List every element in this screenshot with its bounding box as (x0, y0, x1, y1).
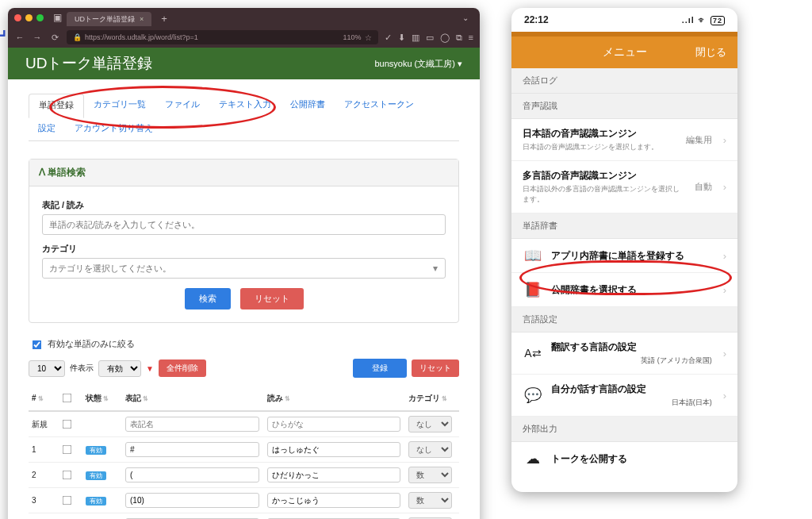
row-dict-select[interactable]: 📕 公開辞書を選択する › (511, 273, 737, 307)
col-reading[interactable]: 読み (264, 386, 406, 411)
close-icon[interactable] (14, 14, 21, 21)
pointer-arrow: ↵ (0, 25, 8, 44)
notation-input[interactable] (125, 467, 259, 482)
close-tab-icon[interactable]: × (140, 15, 144, 23)
tab-categories[interactable]: カテゴリ一覧 (84, 94, 155, 117)
table-row: 4 有効 なし (29, 513, 459, 520)
url-input[interactable]: 🔒 https://words.udtalk.jp/word/list?p=1 … (67, 30, 378, 44)
reading-input[interactable] (267, 442, 401, 457)
tab-text-input[interactable]: テキスト入力 (209, 94, 281, 117)
table-row: 新規 なし (29, 411, 459, 437)
notation-input[interactable] (125, 493, 259, 508)
reload-icon[interactable]: ⟳ (49, 33, 60, 43)
search-category-select[interactable] (42, 258, 446, 279)
close-button[interactable]: 閉じる (695, 45, 726, 60)
row-lang-translate[interactable]: A⇄ 翻訳する言語の設定 英語 (アメリカ合衆国) › (511, 333, 737, 375)
pocket-icon[interactable]: ✓ (385, 33, 392, 43)
filter-valid-row[interactable]: 有効な単語のみに絞る (29, 337, 459, 352)
reading-input[interactable] (267, 493, 401, 508)
tab-public-dict[interactable]: 公開辞書 (281, 94, 335, 117)
new-category-select[interactable]: なし (408, 416, 452, 432)
validity-select[interactable]: 有効 (98, 360, 141, 377)
lock-icon: 🔒 (73, 33, 82, 41)
reading-input[interactable] (267, 467, 401, 482)
sidebar-toggle-icon[interactable]: ▣ (53, 12, 62, 23)
account-icon[interactable]: ◯ (440, 33, 450, 43)
forward-icon[interactable]: → (32, 33, 43, 42)
minimize-icon[interactable] (25, 14, 33, 21)
extensions-icon[interactable]: ⧉ (456, 33, 462, 43)
row-checkbox[interactable] (63, 471, 72, 480)
app-bar: メニュー 閉じる (511, 37, 737, 68)
maximize-icon[interactable] (36, 14, 44, 21)
notation-input[interactable] (125, 442, 259, 457)
search-notation-input[interactable] (42, 214, 446, 235)
row-lang-speak[interactable]: 💬 自分が話す言語の設定 日本語(日本) › (511, 375, 737, 417)
new-tab-button[interactable]: + (156, 13, 172, 25)
register-button[interactable]: 登録 (353, 359, 407, 378)
reset-table-button[interactable]: リセット (412, 359, 459, 377)
bookmark-star-icon[interactable]: ☆ (365, 33, 372, 42)
status-bar: 22:12 ..ıl ᯤ 72 (511, 8, 737, 32)
tab-access-token[interactable]: アクセストークン (335, 94, 423, 117)
speech-icon: 💬 (523, 386, 543, 404)
category-select[interactable]: 数 (408, 492, 452, 509)
tab-bar: ▣ UDトーク単語登録 × + ⌄ (8, 8, 480, 27)
chevron-right-icon: › (723, 390, 726, 402)
tab-switch-account[interactable]: アカウント切り替え (65, 117, 163, 140)
category-select[interactable]: なし (408, 441, 452, 458)
col-notation[interactable]: 表記 (122, 386, 264, 411)
row-checkbox[interactable] (63, 496, 72, 506)
col-category[interactable]: カテゴリ (405, 386, 459, 411)
row-asr-jp[interactable]: 日本語の音声認識エンジン 日本語の音声認識エンジンを選択します。 編集用 › (511, 119, 737, 161)
menu-icon[interactable]: ≡ (469, 33, 473, 42)
chevron-right-icon: › (723, 284, 726, 296)
back-icon[interactable]: ← (14, 33, 25, 42)
table-controls: 10 件表示 有効 ▼ 全件削除 登録 リセット (29, 359, 459, 378)
app-banner: UDトーク単語登録 bunsyoku (文織工房) ▾ (8, 48, 480, 79)
cellular-icon: ..ıl (682, 15, 695, 25)
category-select[interactable]: 数 (408, 467, 452, 483)
col-state[interactable]: 状態 (82, 386, 122, 411)
reset-search-button[interactable]: リセット (240, 288, 304, 309)
row-checkbox[interactable] (63, 420, 72, 429)
reader-icon[interactable]: ▭ (426, 33, 434, 43)
page-title: UDトーク単語登録 (25, 53, 152, 74)
url-text: https://words.udtalk.jp/word/list?p=1 (85, 33, 198, 41)
search-card-header[interactable]: ᐱ 単語検索 (29, 160, 458, 186)
chevron-right-icon: › (723, 134, 726, 146)
col-index[interactable]: # (29, 386, 56, 411)
section-output: 外部出力 (511, 417, 737, 442)
tab-word-register[interactable]: 単語登録 (29, 94, 84, 118)
book-open-icon: 📖 (523, 247, 543, 264)
search-button[interactable]: 検索 (185, 288, 231, 309)
browser-tab[interactable]: UDトーク単語登録 × (67, 12, 151, 26)
new-notation-input[interactable] (125, 417, 259, 432)
select-all-checkbox[interactable] (63, 394, 72, 403)
row-asr-multi[interactable]: 多言語の音声認識エンジン 日本語以外の多言語の音声認識エンジンを選択します。 自… (511, 161, 737, 213)
zoom-level[interactable]: 110% (343, 33, 362, 41)
perpage-select[interactable]: 10 (29, 360, 65, 377)
user-menu[interactable]: bunsyoku (文織工房) ▾ (374, 58, 462, 70)
status-badge: 有効 (86, 497, 106, 506)
tabs-dropdown-icon[interactable]: ⌄ (458, 13, 473, 22)
new-reading-input[interactable] (267, 417, 401, 432)
status-badge: 有効 (86, 446, 106, 455)
perpage-label: 件表示 (70, 363, 94, 374)
library-icon[interactable]: ▥ (412, 33, 419, 43)
download-icon[interactable]: ⬇ (398, 33, 405, 43)
window-controls[interactable] (14, 14, 44, 21)
collapse-icon: ᐱ (39, 167, 45, 178)
filter-valid-checkbox[interactable] (33, 340, 42, 350)
row-output-publish[interactable]: ☁ トークを公開する (511, 442, 737, 475)
chevron-right-icon: › (723, 348, 726, 359)
tab-settings[interactable]: 設定 (29, 117, 65, 140)
delete-all-button[interactable]: 全件削除 (159, 359, 206, 377)
section-log[interactable]: 会話ログ (511, 68, 737, 94)
row-dict-register[interactable]: 📖 アプリ内辞書に単語を登録する › (511, 239, 737, 273)
chevron-right-icon: › (723, 181, 726, 193)
row-checkbox[interactable] (63, 445, 72, 455)
tab-file[interactable]: ファイル (155, 94, 209, 117)
row-new-label: 新規 (29, 411, 56, 437)
wifi-icon: ᯤ (698, 15, 707, 25)
